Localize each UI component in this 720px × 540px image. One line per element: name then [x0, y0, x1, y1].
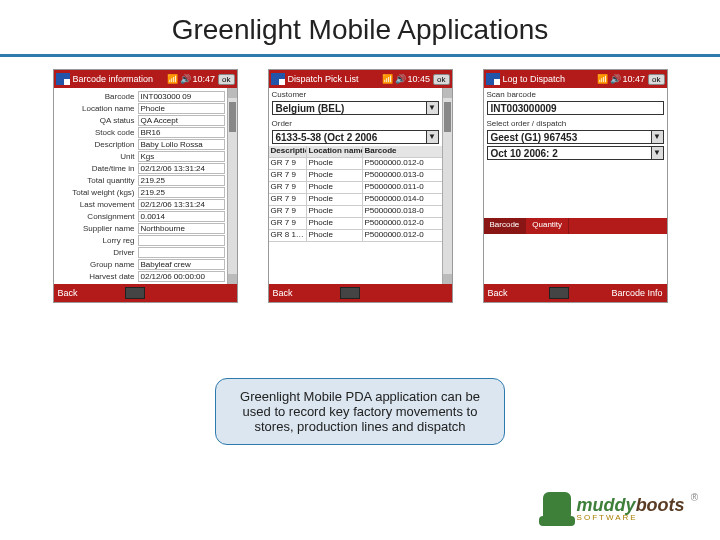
- form-row: DescriptionBaby Lollo Rossa: [56, 138, 225, 150]
- pda-row: Barcode information 📶 🔊 10:47 ok Barcode…: [0, 69, 720, 303]
- start-flag-icon[interactable]: [271, 73, 285, 85]
- form-row: BarcodeINT003000 09: [56, 90, 225, 102]
- keyboard-icon[interactable]: [340, 287, 360, 299]
- select-order-label: Select order / dispatch: [484, 117, 667, 130]
- order-label: Order: [269, 117, 442, 130]
- field-label: Date/time in: [56, 164, 138, 173]
- form-row: Driver: [56, 246, 225, 258]
- tab-bar: Barcode Quantity: [484, 218, 667, 234]
- chevron-down-icon[interactable]: ▼: [652, 146, 664, 160]
- window-title: Barcode information: [73, 74, 164, 84]
- field-label: Unit: [56, 152, 138, 161]
- ok-button[interactable]: ok: [218, 74, 234, 85]
- bottom-bar: Back: [269, 284, 452, 302]
- bottom-bar: Back Barcode Info: [484, 284, 667, 302]
- slide-title: Greenlight Mobile Applications: [0, 0, 720, 52]
- signal-icon: 📶: [167, 74, 177, 84]
- boot-icon: [543, 492, 571, 526]
- order-dropdown[interactable]: 6133-5-38 (Oct 2 2006▼: [272, 130, 439, 144]
- back-button[interactable]: Back: [58, 288, 78, 298]
- grid-row[interactable]: GR 7 9PhocleP5000000.013-0: [269, 170, 442, 182]
- muddyboots-logo: muddyboots SOFTWARE ®: [543, 492, 698, 526]
- grid-row[interactable]: GR 7 9PhocleP5000000.012-0: [269, 218, 442, 230]
- start-flag-icon[interactable]: [486, 73, 500, 85]
- grid-row[interactable]: GR 7 9PhocleP5000000.012-0: [269, 158, 442, 170]
- registered-icon: ®: [691, 492, 698, 503]
- field-label: Location name: [56, 104, 138, 113]
- pda-log-to-dispatch: Log to Dispatch 📶 🔊 10:47 ok Scan barcod…: [483, 69, 668, 303]
- back-button[interactable]: Back: [273, 288, 293, 298]
- tab-quantity[interactable]: Quantity: [526, 218, 569, 234]
- chevron-down-icon[interactable]: ▼: [652, 130, 664, 144]
- field-label: Consignment: [56, 212, 138, 221]
- field-value: [138, 235, 225, 246]
- clock: 10:47: [623, 74, 646, 84]
- field-label: Driver: [56, 248, 138, 257]
- chevron-down-icon[interactable]: ▼: [427, 130, 439, 144]
- field-value: Baby Lollo Rossa: [138, 139, 225, 150]
- keyboard-icon[interactable]: [125, 287, 145, 299]
- field-label: Stock code: [56, 128, 138, 137]
- form-row: Harvest date02/12/06 00:00:00: [56, 270, 225, 282]
- field-label: Last movement: [56, 200, 138, 209]
- field-value: BR16: [138, 127, 225, 138]
- field-value: 02/12/06 00:00:00: [138, 271, 225, 282]
- signal-icon: 📶: [597, 74, 607, 84]
- field-value: Phocle: [138, 103, 225, 114]
- order-dropdown[interactable]: Geest (G1) 967453▼: [487, 130, 664, 144]
- form-row: Lorry reg: [56, 234, 225, 246]
- form-row: Total quantity219.25: [56, 174, 225, 186]
- field-value: INT003000 09: [138, 91, 225, 102]
- ok-button[interactable]: ok: [433, 74, 449, 85]
- chevron-down-icon[interactable]: ▼: [427, 101, 439, 115]
- field-label: QA status: [56, 116, 138, 125]
- grid-row[interactable]: GR 7 9PhocleP5000000.014-0: [269, 194, 442, 206]
- field-value: 02/12/06 13:31:24: [138, 163, 225, 174]
- ok-button[interactable]: ok: [648, 74, 664, 85]
- speaker-icon: 🔊: [395, 74, 405, 84]
- scan-label: Scan barcode: [484, 88, 667, 101]
- back-button[interactable]: Back: [488, 288, 508, 298]
- title-rule: [0, 54, 720, 57]
- grid-row[interactable]: GR 7 9PhocleP5000000.018-0: [269, 206, 442, 218]
- pda-barcode-info: Barcode information 📶 🔊 10:47 ok Barcode…: [53, 69, 238, 303]
- barcode-info-button[interactable]: Barcode Info: [611, 288, 662, 298]
- form-row: Group nameBabyleaf crew: [56, 258, 225, 270]
- scan-input[interactable]: INT003000009: [487, 101, 664, 115]
- form-row: Date/time in02/12/06 13:31:24: [56, 162, 225, 174]
- field-label: Supplier name: [56, 224, 138, 233]
- customer-dropdown[interactable]: Belgium (BEL)▼: [272, 101, 439, 115]
- titlebar: Log to Dispatch 📶 🔊 10:47 ok: [484, 70, 667, 88]
- form-row: Last movement02/12/06 13:31:24: [56, 198, 225, 210]
- grid-row[interactable]: GR 7 9PhocleP5000000.011-0: [269, 182, 442, 194]
- field-value: 02/12/06 13:31:24: [138, 199, 225, 210]
- scrollbar[interactable]: [227, 88, 237, 284]
- window-title: Dispatch Pick List: [288, 74, 379, 84]
- field-label: Description: [56, 140, 138, 149]
- form-row: Supplier nameNorthbourne: [56, 222, 225, 234]
- field-label: Total quantity: [56, 176, 138, 185]
- grid-header: DescriptionLocation nameBarcode: [269, 146, 442, 158]
- titlebar: Barcode information 📶 🔊 10:47 ok: [54, 70, 237, 88]
- speaker-icon: 🔊: [610, 74, 620, 84]
- field-value: 0.0014: [138, 211, 225, 222]
- keyboard-icon[interactable]: [549, 287, 569, 299]
- form-row: Location namePhocle: [56, 102, 225, 114]
- window-title: Log to Dispatch: [503, 74, 594, 84]
- field-label: Barcode: [56, 92, 138, 101]
- date-dropdown[interactable]: Oct 10 2006: 2▼: [487, 146, 664, 160]
- field-value: Babyleaf crew: [138, 259, 225, 270]
- scrollbar[interactable]: [442, 88, 452, 284]
- clock: 10:45: [408, 74, 431, 84]
- start-flag-icon[interactable]: [56, 73, 70, 85]
- customer-label: Customer: [269, 88, 442, 101]
- field-label: Total weight (kgs): [56, 188, 138, 197]
- tab-barcode[interactable]: Barcode: [484, 218, 527, 234]
- grid-row[interactable]: GR 8 1…PhocleP5000000.012-0: [269, 230, 442, 242]
- field-value: 219.25: [138, 175, 225, 186]
- field-label: Lorry reg: [56, 236, 138, 245]
- form-row: UnitKgs: [56, 150, 225, 162]
- field-label: Harvest date: [56, 272, 138, 281]
- field-value: [138, 247, 225, 258]
- field-label: Group name: [56, 260, 138, 269]
